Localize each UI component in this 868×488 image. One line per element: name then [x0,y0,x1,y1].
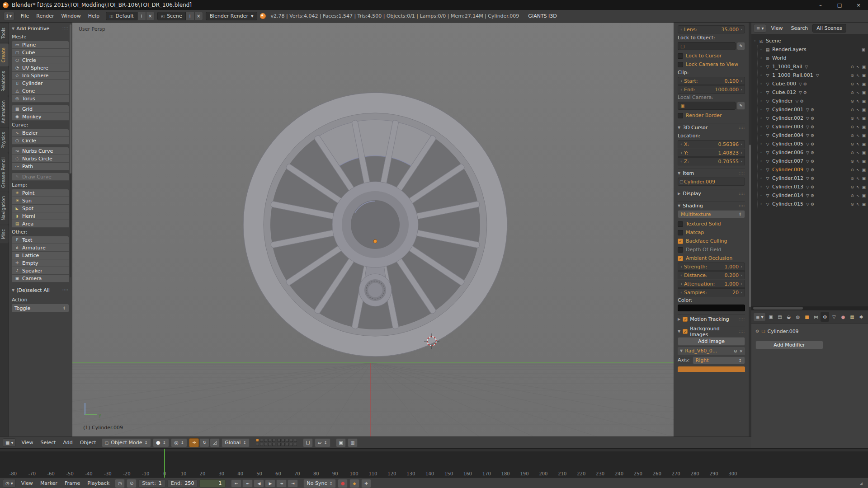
ao-slider-field[interactable]: ‹ Strength: 1.000 › [678,263,745,271]
outliner-row[interactable]: ◦ ▽ Cylinder.006 ▽⚙ ⊙ ↖ ▣ ▣ [758,148,868,157]
add-primitive-button[interactable]: ▢Cube [12,49,69,56]
cursor-location-field[interactable]: ‹ X: 0.56396 › [678,140,745,148]
increment-arrow-icon[interactable]: › [740,159,743,164]
wheel-model[interactable] [243,93,507,357]
restrict-view-icon[interactable]: ⊙ [850,108,854,112]
expand-icon[interactable]: ◦ [760,47,764,52]
panel-header-motion-tracking[interactable]: ▶ ✓ Motion Tracking ∷∷ [678,314,745,324]
layer-toggle[interactable] [278,443,281,446]
restrict-select-icon[interactable]: ↖ [856,90,860,95]
tool-shelf-tab[interactable]: Navigation [0,192,9,225]
restrict-select-icon[interactable]: ↖ [856,108,860,112]
decrement-arrow-icon[interactable]: ‹ [679,27,683,32]
expand-icon[interactable]: ◦ [760,56,764,61]
editor-type-selector[interactable]: ≡▾ [754,24,766,33]
lock-object-picker[interactable]: ▢ [678,42,736,50]
decrement-arrow-icon[interactable]: ‹ [679,264,683,269]
panel-header-shading[interactable]: ▼ Shading ∷∷ [678,201,745,210]
background-image-partial-button[interactable] [678,366,745,372]
layer-toggle[interactable] [294,443,297,446]
panel-drag-dots-icon[interactable]: ∷∷ [63,288,69,292]
collapse-triangle-icon[interactable]: ▼ [678,329,680,333]
restrict-select-icon[interactable]: ↖ [856,99,860,103]
expand-icon[interactable]: ◦ [760,168,764,172]
shading-checkbox[interactable]: ✓ Textured Solid [678,220,745,228]
expand-icon[interactable]: ◦ [760,116,764,121]
increment-arrow-icon[interactable]: › [740,290,743,295]
add-layout-button[interactable]: + [137,12,146,20]
axis-dropdown[interactable]: Right↕ [693,357,745,364]
add-primitive-button[interactable]: ▦Grid [12,105,69,113]
add-primitive-button[interactable]: ◇Ico Sphere [12,72,69,80]
menu-item[interactable]: Add [60,440,76,446]
editor-type-selector[interactable]: ℹ▾ [4,12,14,20]
maximize-button[interactable]: □ [830,0,849,10]
menu-item[interactable]: Window [57,13,84,19]
viewport-3d[interactable]: y User Persp (1) Cylinder.009 [72,23,674,436]
layer-toggle[interactable] [294,439,297,442]
motion-tracking-checkbox[interactable]: ✓ [683,317,688,322]
outliner-row[interactable]: ◦ ▽ Cylinder.013 ▽⚙ ⊙ ↖ ▣ ▣ [758,183,868,191]
decrement-arrow-icon[interactable]: ‹ [679,282,683,286]
shading-checkbox[interactable]: ✓ Depth Of Field [678,245,745,254]
restrict-select-icon[interactable]: ↖ [856,159,860,164]
properties-tab-modifiers[interactable]: ⚙ [821,312,829,322]
outliner-row[interactable]: ◦ ▽ 1_1000_Rail.001 ▽⚙ ⊙ ↖ ▣ ▣ [758,71,868,80]
minimize-button[interactable]: – [811,0,830,10]
increment-arrow-icon[interactable]: › [740,79,743,83]
outliner-row[interactable]: ◦ ▽ Cylinder.007 ▽⚙ ⊙ ↖ ▣ ▣ [758,157,868,165]
outliner-row[interactable]: ◦ ▽ Cube.000 ▽⚙ ⊙ ↖ ▣ ▣ [758,80,868,88]
outliner-row[interactable]: ◦ ▽ 1_1000_Rail ▽⚙ ⊙ ↖ ▣ ▣ [758,62,868,71]
restrict-select-icon[interactable]: ↖ [856,168,860,172]
restrict-render-icon[interactable]: ▣ [862,65,866,69]
menu-item[interactable]: Playback [84,480,113,486]
restrict-render-icon[interactable]: ▣ [862,168,866,172]
add-primitive-button[interactable]: △Cone [12,87,69,95]
expand-icon[interactable]: ◦ [754,39,758,43]
lens-field[interactable]: ‹ Lens: 35.000 › [678,25,745,33]
manipulator-translate-button[interactable]: ✛ [189,438,199,447]
end-frame-field[interactable]: End: 250 [167,479,198,488]
cursor-location-field[interactable]: ‹ Z: 0.70555 › [678,157,745,165]
restrict-view-icon[interactable]: ⊙ [850,142,854,146]
manipulator-scale-button[interactable]: ◿ [210,438,220,447]
tool-shelf-tab[interactable]: Physics [0,128,9,153]
increment-arrow-icon[interactable]: › [740,264,743,269]
tool-shelf-tab[interactable]: Grease Pencil [0,153,9,192]
scene-dropdown[interactable]: ◰Scene [157,12,186,20]
manipulator-rotate-button[interactable]: ↻ [199,438,209,447]
layer-toggle[interactable] [286,443,289,446]
add-primitive-button[interactable]: ▭Plane [12,41,69,49]
sync-dropdown[interactable]: No Sync↕ [303,479,336,488]
restrict-select-icon[interactable]: ↖ [856,116,860,121]
restrict-render-icon[interactable]: ▣ [862,150,866,155]
menu-item[interactable]: Help [85,13,103,19]
expand-icon[interactable]: ◦ [760,133,764,138]
expand-icon[interactable]: ◦ [760,202,764,206]
increment-arrow-icon[interactable]: › [740,27,743,32]
background-image-entry-header[interactable]: ▼ Rad_V60_0... ⊙ × [678,347,745,355]
add-primitive-button[interactable]: ○Circle [12,56,69,64]
outliner-row[interactable]: ◦ ▽ Cylinder.012 ▽⚙ ⊙ ↖ ▣ ▣ [758,174,868,183]
add-object-button[interactable]: ✛Empty [12,259,69,267]
ao-slider-field[interactable]: ‹ Samples: 20 › [678,288,745,296]
restrict-render-icon[interactable]: ▣ [862,82,866,86]
pivot-point-dropdown[interactable]: ◎↕ [171,438,187,447]
jump-to-next-keyframe-button[interactable]: ↠ [276,479,287,488]
snap-element-dropdown[interactable]: ▱↕ [315,438,330,447]
eye-icon[interactable]: ⊙ [734,349,737,353]
keying-set-button[interactable]: ◆ [349,479,359,488]
ao-slider-field[interactable]: ‹ Attenuation: 1.000 › [678,280,745,288]
expand-icon[interactable]: ◦ [760,150,764,155]
opengl-render-anim-button[interactable]: ▥ [348,438,358,447]
ao-slider-field[interactable]: ‹ Distance: 0.200 › [678,271,745,279]
increment-arrow-icon[interactable]: › [740,273,743,277]
properties-tab-render[interactable]: ▣ [766,312,775,322]
render-border-checkbox[interactable]: ✓ Render Border [678,111,745,120]
collapse-triangle-icon[interactable]: ▼ [12,27,14,31]
timeline-editor[interactable]: -80-70-60-50-40-30-20-100102030405060708… [0,448,868,488]
add-curve-button[interactable]: ○Circle [12,137,69,145]
jump-to-start-button[interactable]: ⇤ [231,479,241,488]
increment-arrow-icon[interactable]: › [740,150,743,155]
layer-toggle[interactable] [272,443,275,446]
